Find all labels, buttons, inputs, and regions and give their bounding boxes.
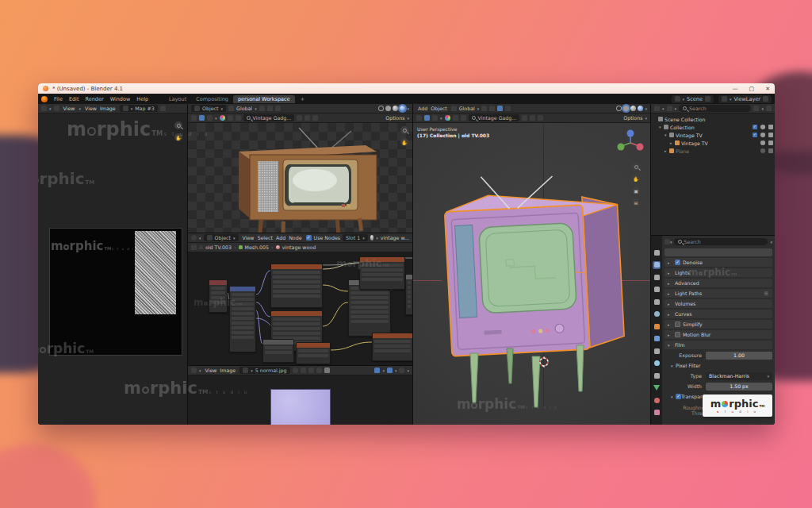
slot-dropdown[interactable]: Slot 1▾ xyxy=(343,234,368,241)
section-lights[interactable]: ▸Lights xyxy=(665,268,772,277)
section-volumes[interactable]: ▸Volumes xyxy=(665,299,772,308)
outliner-row-plane[interactable]: ▸Plane xyxy=(653,147,775,155)
bottom-editor-menu-image[interactable]: Image xyxy=(218,368,237,373)
proportional-edit-icon-2[interactable] xyxy=(497,106,503,111)
properties-tab-scene[interactable] xyxy=(653,298,661,306)
add-workspace-button[interactable]: + xyxy=(297,96,308,102)
exclude-checkbox-icon[interactable]: ✓ xyxy=(753,133,757,137)
xray-icon-2[interactable] xyxy=(461,115,466,121)
shading-mode-switch-2[interactable]: ▾ xyxy=(616,106,647,111)
viewport-camera-gizmo[interactable]: ▣ xyxy=(632,187,640,194)
funnel-filter-icon-2[interactable] xyxy=(538,115,543,121)
viewport-zoom-icon[interactable] xyxy=(400,126,408,134)
collections-filter-icon-2[interactable] xyxy=(530,115,535,121)
snap-magnet-icon-2[interactable] xyxy=(481,106,487,111)
section-light-paths[interactable]: ▸Light Paths☰ xyxy=(665,289,772,298)
select-circle-icon[interactable] xyxy=(432,115,438,121)
section-checkbox-simplify[interactable] xyxy=(675,321,680,327)
properties-tab-constraints[interactable] xyxy=(653,371,661,379)
breadcrumb-item-1[interactable]: Mesh.005 xyxy=(245,244,270,250)
normal-image-field[interactable]: ▾ 5 normal.jpg xyxy=(239,367,289,374)
viewport-pan-icon[interactable]: ✋ xyxy=(400,138,408,146)
properties-tab-physics[interactable] xyxy=(653,360,661,368)
workspace-tab-layout[interactable]: Layout xyxy=(164,95,191,103)
maximize-button[interactable]: ▢ xyxy=(749,86,755,92)
node-graph-canvas[interactable] xyxy=(188,253,412,365)
properties-tab-object[interactable] xyxy=(653,322,661,330)
section-expand-icon[interactable]: ▸ xyxy=(668,312,672,317)
visibility-eye-icon[interactable] xyxy=(760,133,765,137)
viewport-pan-gizmo[interactable]: ✋ xyxy=(632,175,640,183)
wireframe-shading-icon[interactable] xyxy=(378,106,384,111)
bottom-image-editor[interactable]: ▾ ViewImage ▾ 5 normal.jpg ▾ ▾ ▾ xyxy=(188,366,412,425)
render-camera-icon[interactable] xyxy=(768,125,773,129)
viewport-persp-gizmo[interactable]: ⊞ xyxy=(632,198,640,206)
blender-menu-icon[interactable] xyxy=(41,96,48,102)
bottom-editor-menu-view[interactable]: View xyxy=(204,368,219,373)
outliner-search-field[interactable]: Search xyxy=(679,105,751,112)
section-denoise[interactable]: ▸✓Denoise xyxy=(665,258,772,267)
snap-target-icon-2[interactable] xyxy=(489,106,495,111)
properties-tab-tool[interactable] xyxy=(653,248,661,256)
editor-type-icon-2[interactable] xyxy=(191,368,197,373)
outliner-row-vintage-tv[interactable]: ▸Vintage TV xyxy=(653,139,775,147)
select-lasso-icon[interactable] xyxy=(207,115,213,121)
film-expand-icon[interactable]: ▾ xyxy=(668,343,672,348)
section-checkbox-denoise[interactable]: ✓ xyxy=(675,260,680,265)
viewport-color-icon[interactable] xyxy=(220,115,225,121)
section-film[interactable]: ▾Film xyxy=(665,341,772,349)
rendered-shading-icon-2[interactable] xyxy=(638,106,643,111)
section-simplify[interactable]: ▸Simplify xyxy=(665,320,772,329)
editor-type-icon[interactable] xyxy=(41,106,47,111)
options-dropdown[interactable]: Options xyxy=(385,115,404,121)
properties-tab-material[interactable] xyxy=(653,396,661,404)
breadcrumb-item-0[interactable]: old TV.003 xyxy=(205,244,232,250)
outliner-row-collection[interactable]: ▾Collection✓ xyxy=(653,123,775,131)
shader-menu-add[interactable]: Add xyxy=(274,235,287,241)
section-expand-icon[interactable]: ▸ xyxy=(668,260,672,265)
viewport-search-field-2[interactable]: Vintage Gadg... xyxy=(469,114,520,121)
properties-tab-view-layer[interactable] xyxy=(653,286,661,294)
outliner-filter-icon[interactable] xyxy=(753,106,759,111)
render-preview-viewport[interactable]: Object▾ Global▾ ▾ xyxy=(188,104,412,233)
render-camera-icon[interactable] xyxy=(768,140,773,145)
menubar-item-file[interactable]: File xyxy=(51,96,66,102)
gizmo-icon[interactable] xyxy=(505,106,511,111)
pin-icon[interactable] xyxy=(324,368,330,373)
shader-type-dropdown[interactable]: Object▾ xyxy=(204,234,239,241)
view-layer-x-icon[interactable] xyxy=(763,96,768,102)
zoom-tool-icon[interactable] xyxy=(174,121,182,129)
shader-node-1[interactable] xyxy=(229,286,256,352)
shader-menu-node[interactable]: Node xyxy=(287,235,303,241)
shader-node-4[interactable] xyxy=(262,339,294,363)
open-image-icon[interactable] xyxy=(308,368,314,373)
properties-tab-data[interactable] xyxy=(653,384,661,392)
shader-node-9[interactable] xyxy=(405,274,412,315)
shading-mode-switch[interactable]: ▾ xyxy=(378,106,409,111)
overlay-icon[interactable] xyxy=(228,115,233,121)
workspace-tab-personal-workspace[interactable]: personal Workspace xyxy=(233,95,295,103)
menubar-item-render[interactable]: Render xyxy=(82,96,106,102)
material-shading-icon[interactable] xyxy=(393,106,398,111)
texture-image-canvas[interactable] xyxy=(49,228,182,356)
select-cursor-icon-2[interactable] xyxy=(416,115,422,121)
shader-node-7[interactable] xyxy=(359,256,405,290)
properties-tab-output[interactable] xyxy=(653,273,661,281)
section-expand-icon[interactable]: ▸ xyxy=(668,322,672,327)
close-button[interactable]: ✕ xyxy=(765,86,770,92)
menubar-item-edit[interactable]: Edit xyxy=(66,96,82,102)
properties-tab-render[interactable] xyxy=(653,261,661,269)
transparent-checker-background[interactable] xyxy=(188,123,412,233)
transform-pivot-icon[interactable] xyxy=(228,106,234,111)
orientation-dropdown-2[interactable]: Global xyxy=(459,106,475,111)
proportional-edit-icon[interactable] xyxy=(275,106,281,111)
wireframe-shading-icon-2[interactable] xyxy=(616,106,622,111)
solid-shading-icon-2[interactable] xyxy=(623,106,629,111)
visibility-eye-off-icon[interactable] xyxy=(760,148,765,153)
visibility-eye-icon[interactable] xyxy=(760,140,765,145)
breadcrumb-item-2[interactable]: vintage wood xyxy=(282,244,316,250)
shader-editor[interactable]: ▾ Object▾ ViewSelectAddNode ✓ Use Nodes … xyxy=(188,233,412,365)
menubar-item-help[interactable]: Help xyxy=(133,96,151,102)
visibility-eye-icon[interactable] xyxy=(760,125,765,129)
properties-tab-texture[interactable] xyxy=(653,409,661,417)
